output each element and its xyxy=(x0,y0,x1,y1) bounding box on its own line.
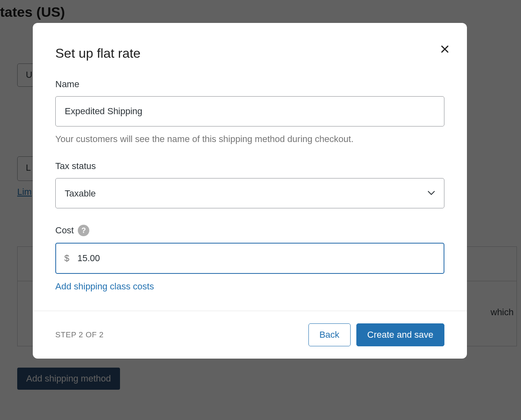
tax-status-label: Tax status xyxy=(55,161,444,172)
cost-input-wrapper: $ xyxy=(55,243,444,274)
cost-input[interactable] xyxy=(55,243,444,274)
footer-buttons: Back Create and save xyxy=(308,323,444,346)
currency-symbol: $ xyxy=(64,253,69,264)
name-help-text: Your customers will see the name of this… xyxy=(55,134,444,145)
step-indicator: STEP 2 OF 2 xyxy=(55,330,104,339)
modal-title: Set up flat rate xyxy=(55,46,444,61)
cost-field-group: Cost ? $ Add shipping class costs xyxy=(55,225,444,292)
add-shipping-class-costs-link[interactable]: Add shipping class costs xyxy=(55,281,154,292)
name-field-group: Name Your customers will see the name of… xyxy=(55,79,444,145)
name-input[interactable] xyxy=(55,96,444,126)
create-and-save-button[interactable]: Create and save xyxy=(356,323,444,346)
cost-label: Cost xyxy=(55,225,74,236)
tax-status-select[interactable]: Taxable xyxy=(55,178,444,208)
cost-label-row: Cost ? xyxy=(55,225,89,236)
modal-body: Set up flat rate Name Your customers wil… xyxy=(33,23,467,311)
name-label: Name xyxy=(55,79,444,90)
back-button[interactable]: Back xyxy=(308,323,351,346)
tax-status-field-group: Tax status Taxable xyxy=(55,161,444,208)
close-icon xyxy=(440,45,449,54)
close-button[interactable] xyxy=(438,43,451,56)
flat-rate-modal: Set up flat rate Name Your customers wil… xyxy=(33,23,467,359)
modal-footer: STEP 2 OF 2 Back Create and save xyxy=(33,311,467,359)
help-icon[interactable]: ? xyxy=(78,225,89,236)
tax-status-select-wrapper: Taxable xyxy=(55,178,444,208)
